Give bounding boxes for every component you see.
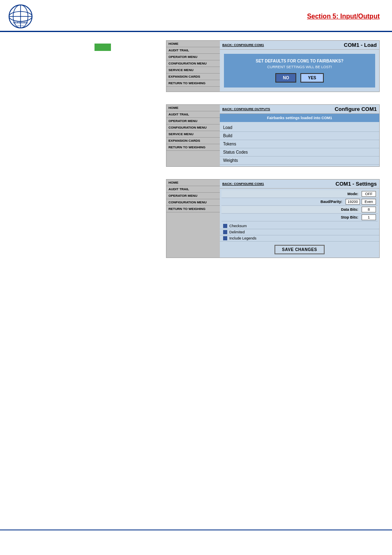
panel2-container: HOME AUDIT TRAIL OPERATOR MENU CONFIGURA… [166,104,380,167]
mode-value[interactable]: OFF [362,191,376,197]
stopbits-value[interactable]: 1 [362,214,376,220]
svg-text:SCALES: SCALES [17,25,24,27]
delimited-label: Delimited [229,230,245,234]
sidebar-item-configuration[interactable]: CONFIGURATION MENU [166,60,220,67]
panel2-menu-list: Load Build Tokens Status Codes Weights [220,122,379,166]
checksum-row: Checksum [220,223,379,229]
menu-item-build[interactable]: Build [220,132,379,140]
parity-value[interactable]: Even [362,199,376,205]
sidebar-item-expansion[interactable]: EXPANSION CARDS [166,74,220,80]
save-changes-button[interactable]: SAVE CHANGES [274,245,324,254]
panel2-sidebar: HOME AUDIT TRAIL OPERATOR MENU CONFIGURA… [166,105,220,166]
panel1-header: BACK: CONFIGURE COM1 COM1 - Load [220,41,379,50]
no-button[interactable]: NO [275,73,296,83]
mode-row: Mode: OFF [221,190,378,198]
loaded-message: Fairbanks settings loaded into COM1 [220,114,379,122]
delimited-checkbox[interactable] [223,230,227,234]
sidebar-item-audit[interactable]: AUDIT TRAIL [166,47,220,54]
panel2-screenshot: HOME AUDIT TRAIL OPERATOR MENU CONFIGURA… [12,104,380,167]
panel1-sidebar: HOME AUDIT TRAIL OPERATOR MENU CONFIGURA… [166,41,220,92]
dialog-buttons: NO YES [229,73,370,83]
sidebar2-audit[interactable]: AUDIT TRAIL [166,111,220,118]
header: FAIRBANKS SCALES Section 5: Input/Output [0,0,392,32]
stopbits-label: Stop Bits: [223,215,362,219]
panel3-header: BACK: CONFIGURE COM1 COM1 - Settings [220,180,379,189]
sidebar2-home[interactable]: HOME [166,105,220,111]
fairbanks-logo: FAIRBANKS SCALES [8,4,33,29]
include-legends-row: Include Legends [220,235,379,242]
mode-label: Mode: [223,192,362,196]
checksum-checkbox[interactable] [223,224,227,228]
green-indicator [95,44,111,51]
include-legends-label: Include Legends [229,236,256,240]
panel1-title: COM1 - Load [344,42,377,48]
sidebar-item-service[interactable]: SERVICE MENU [166,67,220,74]
sidebar2-operator[interactable]: OPERATOR MENU [166,118,220,124]
sidebar3-operator[interactable]: OPERATOR MENU [166,193,220,199]
stopbits-row: Stop Bits: 1 [221,214,378,221]
panel3-screenshot: HOME AUDIT TRAIL OPERATOR MENU CONFIGURA… [12,179,380,258]
section-title: Section 5: Input/Output [307,13,380,20]
databits-value[interactable]: 8 [362,207,376,212]
baud-label: Baud/Parity: [223,200,346,204]
svg-text:FAIRBANKS: FAIRBANKS [13,21,28,24]
panel3-back-link[interactable]: BACK: CONFIGURE COM1 [222,182,264,186]
footer-line [0,530,392,530]
databits-row: Data Bits: 8 [221,206,378,214]
panel2-back-link[interactable]: BACK: CONFIGURE OUTPUTS [222,107,270,111]
settings-table: Mode: OFF Baud/Parity: 19200 Even Data B… [220,189,379,223]
dialog-question: SET DEFAULTS FOR COM1 TO FAIRBANKS? [229,59,370,63]
panel3-sidebar: HOME AUDIT TRAIL OPERATOR MENU CONFIGURA… [166,180,220,258]
sidebar-item-return[interactable]: RETURN TO WEIGHING [166,80,220,87]
include-legends-checkbox[interactable] [223,236,227,240]
menu-item-weights[interactable]: Weights [220,157,379,165]
baud-value[interactable]: 19200 [346,199,360,205]
panel1-main: BACK: CONFIGURE COM1 COM1 - Load SET DEF… [220,41,379,92]
panel3-main: BACK: CONFIGURE COM1 COM1 - Settings Mod… [220,180,379,258]
panel1-back-link[interactable]: BACK: CONFIGURE COM1 [222,43,264,47]
panel1-screenshot: HOME AUDIT TRAIL OPERATOR MENU CONFIGURA… [12,40,380,92]
baud-row: Baud/Parity: 19200 Even [221,198,378,206]
save-changes-row: SAVE CHANGES [220,242,379,258]
menu-item-load[interactable]: Load [220,124,379,132]
panel2-header: BACK: CONFIGURE OUTPUTS Configure COM1 [220,105,379,114]
dialog-subtitle: CURRENT SETTINGS WILL BE LOST! [229,65,370,69]
sidebar-item-operator[interactable]: OPERATOR MENU [166,54,220,60]
sidebar3-return[interactable]: RETURN TO WEIGHING [166,206,220,212]
panel3-container: HOME AUDIT TRAIL OPERATOR MENU CONFIGURA… [166,179,380,258]
logo-area: FAIRBANKS SCALES [8,4,33,29]
sidebar2-configuration[interactable]: CONFIGURATION MENU [166,124,220,131]
sidebar2-return[interactable]: RETURN TO WEIGHING [166,144,220,151]
panel3-title: COM1 - Settings [336,181,377,187]
content-area: HOME AUDIT TRAIL OPERATOR MENU CONFIGURA… [0,32,392,266]
sidebar2-expansion[interactable]: EXPANSION CARDS [166,138,220,144]
sidebar2-service[interactable]: SERVICE MENU [166,131,220,138]
yes-button[interactable]: YES [300,73,323,83]
menu-item-tokens[interactable]: Tokens [220,140,379,148]
panel2-title: Configure COM1 [334,106,377,112]
delimited-row: Delimited [220,229,379,235]
panel2-main: BACK: CONFIGURE OUTPUTS Configure COM1 F… [220,105,379,166]
sidebar3-audit[interactable]: AUDIT TRAIL [166,186,220,193]
sidebar3-home[interactable]: HOME [166,180,220,186]
checksum-label: Checksum [229,224,247,228]
sidebar3-configuration[interactable]: CONFIGURATION MENU [166,199,220,206]
menu-item-status-codes[interactable]: Status Codes [220,148,379,157]
panel1-dialog: SET DEFAULTS FOR COM1 TO FAIRBANKS? CURR… [224,54,375,88]
panel1-container: HOME AUDIT TRAIL OPERATOR MENU CONFIGURA… [166,40,380,92]
sidebar-item-home[interactable]: HOME [166,41,220,47]
databits-label: Data Bits: [223,207,362,212]
